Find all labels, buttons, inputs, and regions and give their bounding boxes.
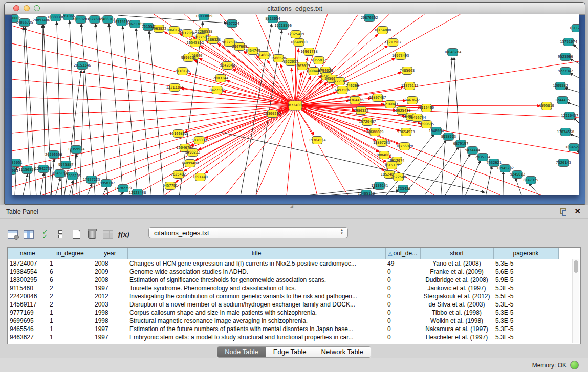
table-cell[interactable]: 2003 xyxy=(93,300,127,309)
table-cell[interactable]: 5.3E-5 xyxy=(493,309,558,317)
column-header-in-degree[interactable]: in_degree xyxy=(48,248,93,259)
table-cell[interactable]: 0 xyxy=(385,325,420,333)
table-cell[interactable]: 1998 xyxy=(93,317,127,325)
tab-node-table[interactable]: Node Table xyxy=(217,347,266,357)
table-cell[interactable]: Estimation of the future numbers of pati… xyxy=(127,325,385,333)
table-cell[interactable]: 5.3E-5 xyxy=(493,259,558,268)
table-cell[interactable]: 2 xyxy=(48,292,93,300)
network-graph[interactable]: 2260605140557252089140616880336126106511… xyxy=(12,14,579,195)
table-cell[interactable]: 0 xyxy=(385,300,420,309)
table-cell[interactable]: 19384554 xyxy=(8,268,48,276)
tab-edge-table[interactable]: Edge Table xyxy=(266,347,314,357)
table-cell[interactable]: Estimation of significance thresholds fo… xyxy=(127,276,385,284)
table-cell[interactable]: Changes of HCN gene expression and I(f) … xyxy=(127,259,385,268)
table-cell[interactable]: Yano et al. (2008) xyxy=(420,259,493,268)
table-vertical-scrollbar[interactable] xyxy=(572,259,579,343)
column-header-pagerank[interactable]: pagerank xyxy=(493,248,558,259)
table-cell[interactable]: 2012 xyxy=(93,292,127,300)
table-cell[interactable]: 6 xyxy=(48,276,93,284)
table-cell[interactable]: 5.3E-5 xyxy=(493,300,558,309)
table-selector-dropdown[interactable]: citations_edges.txt ▲▼ xyxy=(148,227,348,238)
table-cell[interactable]: 0 xyxy=(385,268,420,276)
table-cell[interactable]: 1 xyxy=(48,259,93,268)
table-settings-icon[interactable] xyxy=(7,229,18,240)
tab-network-table[interactable]: Network Table xyxy=(314,347,371,357)
table-row[interactable]: 1938455462009Genome-wide association stu… xyxy=(8,268,558,276)
table-cell[interactable]: 5.9E-5 xyxy=(493,276,558,284)
table-cell[interactable]: 2 xyxy=(48,284,93,292)
table-cell[interactable]: de Silva et al. (2003) xyxy=(420,300,493,309)
table-cell[interactable]: 2 xyxy=(48,300,93,309)
table-cell[interactable]: 5.6E-5 xyxy=(493,268,558,276)
table-row[interactable]: 2242004622012Investigating the contribut… xyxy=(8,292,558,300)
table-cell[interactable]: Stergiakouli et al. (2012) xyxy=(420,292,493,300)
table-row[interactable]: 1872400712008Changes of HCN gene express… xyxy=(8,259,558,268)
table-cell[interactable]: 1 xyxy=(48,325,93,333)
table-cell[interactable]: 1997 xyxy=(93,333,127,341)
column-header-title[interactable]: title xyxy=(127,248,385,259)
table-cell[interactable]: 14569117 xyxy=(8,300,48,309)
table-cell[interactable]: 18724007 xyxy=(8,259,48,268)
table-cell[interactable]: Corpus callosum shape and size in male p… xyxy=(127,309,385,317)
table-cell[interactable]: Embryonic stem cells: a model to study s… xyxy=(127,333,385,341)
column-header-out-de-[interactable]: △out_de... xyxy=(385,248,420,259)
select-all-icon[interactable]: ✓✓ xyxy=(39,229,50,240)
memory-status-indicator[interactable] xyxy=(570,361,579,369)
table-cell[interactable]: 18300295 xyxy=(8,276,48,284)
table-cell[interactable]: 9777169 xyxy=(8,309,48,317)
show-columns-icon[interactable] xyxy=(23,229,34,240)
table-cell[interactable]: Nakamura et al. (1997) xyxy=(420,325,493,333)
table-cell[interactable]: 2009 xyxy=(93,268,127,276)
table-row[interactable]: 946362711997Embryonic stem cells: a mode… xyxy=(8,333,558,341)
scrollbar-thumb[interactable] xyxy=(574,260,578,273)
table-cell[interactable]: 1 xyxy=(48,309,93,317)
column-header-year[interactable]: year xyxy=(93,248,127,259)
table-cell[interactable]: 5.3E-5 xyxy=(493,333,558,341)
table-cell[interactable]: 2008 xyxy=(93,276,127,284)
function-builder-icon[interactable]: f(x) xyxy=(118,229,129,240)
window-titlebar[interactable]: citations_edges.txt xyxy=(5,3,585,15)
table-cell[interactable]: Disruption of a novel member of a sodium… xyxy=(127,300,385,309)
table-row[interactable]: 1456911722003Disruption of a novel membe… xyxy=(8,300,558,309)
table-cell[interactable]: 9699695 xyxy=(8,317,48,325)
table-cell[interactable]: Tibbo et al. (1998) xyxy=(420,309,493,317)
import-table-icon[interactable] xyxy=(102,229,114,240)
table-cell[interactable]: 5.3E-5 xyxy=(493,325,558,333)
table-cell[interactable]: 5.3E-5 xyxy=(493,317,558,325)
table-cell[interactable]: 0 xyxy=(385,333,420,341)
table-cell[interactable]: Structural magnetic resonance image aver… xyxy=(127,317,385,325)
table-cell[interactable]: 9115460 xyxy=(8,284,48,292)
float-panel-icon[interactable] xyxy=(560,208,568,215)
table-cell[interactable]: Hescheler et al. (1997) xyxy=(420,333,493,341)
table-cell[interactable]: 0 xyxy=(385,276,420,284)
table-cell[interactable]: 9465546 xyxy=(8,325,48,333)
network-canvas[interactable]: 2260605140557252089140616880336126106511… xyxy=(12,14,579,195)
table-cell[interactable]: 1997 xyxy=(93,284,127,292)
attribute-table[interactable]: namein_degreeyeartitle△out_de...shortpag… xyxy=(8,248,559,341)
table-cell[interactable]: 2008 xyxy=(93,259,127,268)
panel-resize-grip[interactable]: ◢ xyxy=(290,204,293,209)
table-cell[interactable]: 1 xyxy=(48,333,93,341)
table-cell[interactable]: 6 xyxy=(48,268,93,276)
table-row[interactable]: 969969511998Structural magnetic resonanc… xyxy=(8,317,558,325)
table-cell[interactable]: 9463627 xyxy=(8,333,48,341)
delete-icon[interactable] xyxy=(86,229,98,240)
table-row[interactable]: 1830029562008Estimation of significance … xyxy=(8,276,558,284)
table-cell[interactable]: Investigating the contribution of common… xyxy=(127,292,385,300)
table-cell[interactable]: 1998 xyxy=(93,309,127,317)
table-cell[interactable]: 0 xyxy=(385,309,420,317)
column-header-name[interactable]: name xyxy=(8,248,48,259)
table-cell[interactable]: 1997 xyxy=(93,325,127,333)
table-row[interactable]: 911546021997Tourette syndrome. Phenomeno… xyxy=(8,284,558,292)
table-cell[interactable]: 5.5E-5 xyxy=(493,292,558,300)
table-cell[interactable]: Jankovic et al. (1997) xyxy=(420,284,493,292)
table-cell[interactable]: Genome-wide association studies in ADHD. xyxy=(127,268,385,276)
table-cell[interactable]: 5.3E-5 xyxy=(493,284,558,292)
table-cell[interactable]: 1 xyxy=(48,317,93,325)
column-header-short[interactable]: short xyxy=(420,248,493,259)
table-cell[interactable]: Wolkin et al. (1998) xyxy=(420,317,493,325)
table-cell[interactable]: Tourette syndrome. Phenomenology and cla… xyxy=(127,284,385,292)
table-cell[interactable]: 22420046 xyxy=(8,292,48,300)
table-cell[interactable]: Dudbridge et al. (2008) xyxy=(420,276,493,284)
table-row[interactable]: 946554611997Estimation of the future num… xyxy=(8,325,558,333)
